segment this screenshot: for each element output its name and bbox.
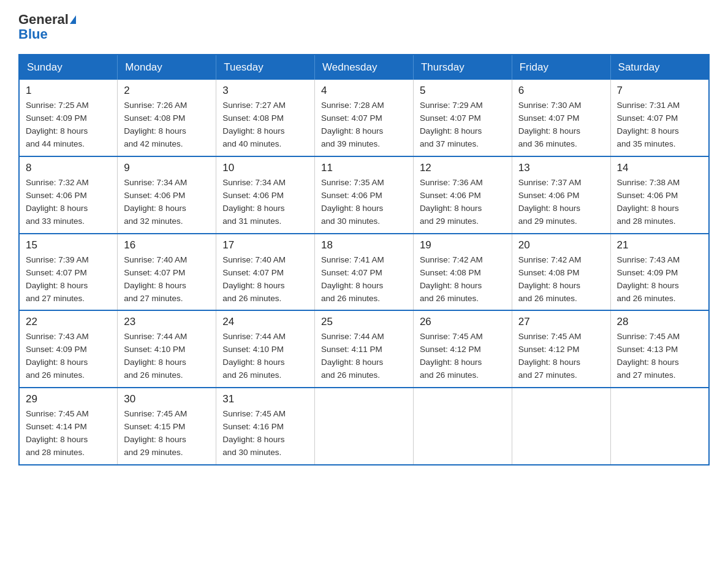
day-info: Sunrise: 7:45 AMSunset: 4:14 PMDaylight:… (26, 409, 89, 457)
day-number: 19 (420, 239, 506, 251)
calendar-cell: 26 Sunrise: 7:45 AMSunset: 4:12 PMDaylig… (413, 310, 512, 388)
calendar-cell: 27 Sunrise: 7:45 AMSunset: 4:12 PMDaylig… (512, 310, 610, 388)
calendar-cell: 15 Sunrise: 7:39 AMSunset: 4:07 PMDaylig… (19, 234, 118, 311)
day-info: Sunrise: 7:45 AMSunset: 4:12 PMDaylight:… (518, 332, 582, 380)
day-number: 8 (26, 162, 111, 174)
day-info: Sunrise: 7:25 AMSunset: 4:09 PMDaylight:… (26, 101, 89, 148)
calendar-cell: 18 Sunrise: 7:41 AMSunset: 4:07 PMDaylig… (315, 234, 414, 311)
calendar-cell: 21 Sunrise: 7:43 AMSunset: 4:09 PMDaylig… (610, 234, 709, 311)
day-info: Sunrise: 7:45 AMSunset: 4:16 PMDaylight:… (222, 409, 286, 457)
logo-general-text: General (18, 12, 69, 27)
day-number: 7 (617, 85, 702, 97)
calendar-cell: 7 Sunrise: 7:31 AMSunset: 4:07 PMDayligh… (610, 80, 709, 156)
day-number: 9 (124, 162, 210, 174)
day-number: 24 (222, 316, 308, 328)
weekday-header-monday: Monday (118, 55, 216, 80)
day-number: 3 (222, 85, 308, 97)
day-number: 16 (124, 239, 210, 251)
day-info: Sunrise: 7:32 AMSunset: 4:06 PMDaylight:… (26, 178, 89, 226)
day-number: 4 (321, 85, 407, 97)
calendar-cell: 10 Sunrise: 7:34 AMSunset: 4:06 PMDaylig… (216, 156, 315, 234)
day-info: Sunrise: 7:44 AMSunset: 4:10 PMDaylight:… (222, 332, 286, 380)
day-number: 12 (420, 162, 506, 174)
day-info: Sunrise: 7:42 AMSunset: 4:08 PMDaylight:… (420, 255, 483, 303)
day-info: Sunrise: 7:45 AMSunset: 4:13 PMDaylight:… (617, 332, 680, 380)
calendar-cell: 19 Sunrise: 7:42 AMSunset: 4:08 PMDaylig… (413, 234, 512, 311)
day-number: 1 (26, 85, 111, 97)
day-number: 17 (222, 239, 308, 251)
calendar-cell: 28 Sunrise: 7:45 AMSunset: 4:13 PMDaylig… (610, 310, 709, 388)
calendar-cell: 31 Sunrise: 7:45 AMSunset: 4:16 PMDaylig… (216, 388, 315, 465)
day-number: 25 (321, 316, 407, 328)
day-info: Sunrise: 7:41 AMSunset: 4:07 PMDaylight:… (321, 255, 384, 303)
weekday-header-sunday: Sunday (19, 55, 118, 80)
day-number: 11 (321, 162, 407, 174)
calendar-cell: 20 Sunrise: 7:42 AMSunset: 4:08 PMDaylig… (512, 234, 610, 311)
day-number: 23 (124, 316, 210, 328)
page-header: General Blue (18, 12, 710, 42)
day-info: Sunrise: 7:34 AMSunset: 4:06 PMDaylight:… (222, 178, 286, 226)
calendar-cell: 30 Sunrise: 7:45 AMSunset: 4:15 PMDaylig… (118, 388, 216, 465)
day-info: Sunrise: 7:45 AMSunset: 4:15 PMDaylight:… (124, 409, 187, 457)
calendar-cell: 12 Sunrise: 7:36 AMSunset: 4:06 PMDaylig… (413, 156, 512, 234)
weekday-header-saturday: Saturday (610, 55, 709, 80)
day-info: Sunrise: 7:37 AMSunset: 4:06 PMDaylight:… (518, 178, 582, 226)
calendar-week-row: 22 Sunrise: 7:43 AMSunset: 4:09 PMDaylig… (19, 310, 709, 388)
calendar-week-row: 1 Sunrise: 7:25 AMSunset: 4:09 PMDayligh… (19, 80, 709, 156)
calendar-cell: 13 Sunrise: 7:37 AMSunset: 4:06 PMDaylig… (512, 156, 610, 234)
calendar-cell: 25 Sunrise: 7:44 AMSunset: 4:11 PMDaylig… (315, 310, 414, 388)
calendar-cell: 29 Sunrise: 7:45 AMSunset: 4:14 PMDaylig… (19, 388, 118, 465)
day-info: Sunrise: 7:40 AMSunset: 4:07 PMDaylight:… (222, 255, 286, 303)
day-info: Sunrise: 7:35 AMSunset: 4:06 PMDaylight:… (321, 178, 384, 226)
day-info: Sunrise: 7:42 AMSunset: 4:08 PMDaylight:… (518, 255, 582, 303)
day-info: Sunrise: 7:28 AMSunset: 4:07 PMDaylight:… (321, 101, 384, 148)
day-number: 2 (124, 85, 210, 97)
day-info: Sunrise: 7:36 AMSunset: 4:06 PMDaylight:… (420, 178, 483, 226)
calendar-week-row: 8 Sunrise: 7:32 AMSunset: 4:06 PMDayligh… (19, 156, 709, 234)
day-info: Sunrise: 7:29 AMSunset: 4:07 PMDaylight:… (420, 101, 483, 148)
calendar-cell: 16 Sunrise: 7:40 AMSunset: 4:07 PMDaylig… (118, 234, 216, 311)
day-number: 20 (518, 239, 604, 251)
day-info: Sunrise: 7:39 AMSunset: 4:07 PMDaylight:… (26, 255, 89, 303)
calendar-cell (610, 388, 709, 465)
calendar-cell (413, 388, 512, 465)
calendar-cell: 4 Sunrise: 7:28 AMSunset: 4:07 PMDayligh… (315, 80, 414, 156)
logo: General Blue (18, 12, 76, 42)
day-number: 10 (222, 162, 308, 174)
weekday-header-tuesday: Tuesday (216, 55, 315, 80)
logo-triangle-icon (70, 15, 76, 24)
day-info: Sunrise: 7:26 AMSunset: 4:08 PMDaylight:… (124, 101, 187, 148)
weekday-header-row: SundayMondayTuesdayWednesdayThursdayFrid… (19, 55, 709, 80)
calendar-cell: 2 Sunrise: 7:26 AMSunset: 4:08 PMDayligh… (118, 80, 216, 156)
calendar-table: SundayMondayTuesdayWednesdayThursdayFrid… (18, 54, 710, 465)
day-number: 28 (617, 316, 702, 328)
calendar-cell: 9 Sunrise: 7:34 AMSunset: 4:06 PMDayligh… (118, 156, 216, 234)
day-number: 18 (321, 239, 407, 251)
day-number: 22 (26, 316, 111, 328)
day-number: 27 (518, 316, 604, 328)
day-info: Sunrise: 7:43 AMSunset: 4:09 PMDaylight:… (617, 255, 680, 303)
calendar-week-row: 29 Sunrise: 7:45 AMSunset: 4:14 PMDaylig… (19, 388, 709, 465)
calendar-cell: 5 Sunrise: 7:29 AMSunset: 4:07 PMDayligh… (413, 80, 512, 156)
weekday-header-wednesday: Wednesday (315, 55, 414, 80)
calendar-cell: 22 Sunrise: 7:43 AMSunset: 4:09 PMDaylig… (19, 310, 118, 388)
day-number: 13 (518, 162, 604, 174)
day-number: 14 (617, 162, 702, 174)
day-number: 5 (420, 85, 506, 97)
day-info: Sunrise: 7:44 AMSunset: 4:11 PMDaylight:… (321, 332, 384, 380)
weekday-header-thursday: Thursday (413, 55, 512, 80)
day-number: 31 (222, 393, 308, 405)
calendar-cell: 8 Sunrise: 7:32 AMSunset: 4:06 PMDayligh… (19, 156, 118, 234)
day-info: Sunrise: 7:45 AMSunset: 4:12 PMDaylight:… (420, 332, 483, 380)
calendar-week-row: 15 Sunrise: 7:39 AMSunset: 4:07 PMDaylig… (19, 234, 709, 311)
day-number: 15 (26, 239, 111, 251)
day-number: 29 (26, 393, 111, 405)
calendar-cell: 6 Sunrise: 7:30 AMSunset: 4:07 PMDayligh… (512, 80, 610, 156)
calendar-cell: 24 Sunrise: 7:44 AMSunset: 4:10 PMDaylig… (216, 310, 315, 388)
day-number: 26 (420, 316, 506, 328)
calendar-cell: 11 Sunrise: 7:35 AMSunset: 4:06 PMDaylig… (315, 156, 414, 234)
calendar-cell: 17 Sunrise: 7:40 AMSunset: 4:07 PMDaylig… (216, 234, 315, 311)
calendar-cell: 1 Sunrise: 7:25 AMSunset: 4:09 PMDayligh… (19, 80, 118, 156)
day-info: Sunrise: 7:38 AMSunset: 4:06 PMDaylight:… (617, 178, 680, 226)
logo-blue-text: Blue (18, 27, 76, 42)
